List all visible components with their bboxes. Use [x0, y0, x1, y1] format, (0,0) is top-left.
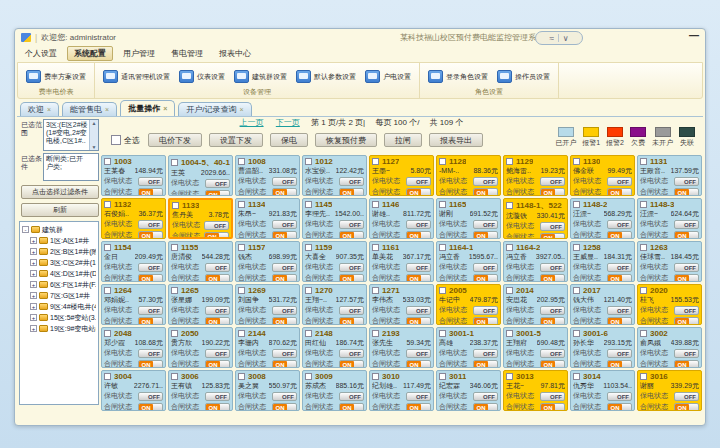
supply-toggle[interactable]: OFF [540, 222, 565, 231]
supply-toggle[interactable]: OFF [674, 306, 699, 315]
ribbon-button-1-3[interactable]: 默认参数设置 [296, 70, 356, 83]
menu-item-0[interactable]: 个人设置 [19, 47, 63, 60]
room-card[interactable]: 1129鲍海雷..19.23元保电状态OFF合闸状态ON [503, 155, 568, 196]
select-all-checkbox[interactable]: 全选 [111, 135, 140, 146]
tree-item-4[interactable]: +6区:F区1#井(F.. [30, 279, 96, 290]
toolbar-button-4[interactable]: 拉闸 [384, 133, 422, 147]
breaker-toggle[interactable]: ON [674, 317, 699, 326]
supply-toggle[interactable]: OFF [205, 392, 230, 401]
breaker-toggle[interactable]: ON [674, 360, 699, 369]
room-checkbox[interactable] [372, 201, 379, 208]
room-card[interactable]: 1263佳球雪..184.45元保电状态OFF合闸状态ON [637, 241, 702, 282]
supply-toggle[interactable]: OFF [339, 220, 364, 229]
window-widget[interactable]: ≈ ∨ [535, 31, 583, 45]
breaker-toggle[interactable]: ON [138, 231, 163, 240]
room-card[interactable]: 2050贵方欣190.22元保电状态OFF合闸状态ON [168, 327, 233, 368]
breaker-toggle[interactable]: ON [205, 403, 230, 412]
room-card[interactable]: 1146谢雄..811.72元保电状态OFF合闸状态ON [369, 198, 434, 239]
room-card[interactable]: 1127王墨~5.80元保电状态OFF合闸状态ON [369, 155, 434, 196]
supply-toggle[interactable]: OFF [138, 220, 163, 229]
breaker-toggle[interactable]: ON [272, 403, 297, 412]
room-checkbox[interactable] [305, 287, 312, 294]
supply-toggle[interactable]: OFF [473, 220, 498, 229]
supply-toggle[interactable]: OFF [674, 392, 699, 401]
supply-toggle[interactable]: OFF [607, 220, 632, 229]
scrollbar[interactable]: ▲ ▼ [89, 120, 98, 150]
breaker-toggle[interactable]: ON [272, 188, 297, 197]
room-card[interactable]: 3001-6孙长华293.15元保电状态OFF合闸状态ON [570, 327, 635, 368]
supply-toggle[interactable]: OFF [540, 263, 565, 272]
breaker-toggle[interactable]: ON [138, 360, 163, 369]
room-checkbox[interactable] [238, 244, 245, 251]
tree-root[interactable]: -建筑群 [22, 224, 96, 235]
tab-close-icon[interactable]: × [163, 105, 167, 112]
room-checkbox[interactable] [172, 202, 179, 209]
menu-item-1[interactable]: 系统配置 [67, 46, 113, 61]
ribbon-button-1-0[interactable]: 通讯管理机设置 [103, 70, 170, 83]
chevron-down-icon[interactable]: ∨ [563, 34, 569, 43]
room-checkbox[interactable] [171, 244, 178, 251]
room-card[interactable]: 2048郑少霞108.68元保电状态OFF合闸状态ON [101, 327, 166, 368]
room-checkbox[interactable] [171, 373, 178, 380]
room-card[interactable]: 1164-1冯立香1595.67..保电状态OFF合闸状态ON [436, 241, 501, 282]
supply-toggle[interactable]: OFF [607, 349, 632, 358]
room-checkbox[interactable] [104, 201, 111, 208]
supply-toggle[interactable]: OFF [205, 306, 230, 315]
breaker-toggle[interactable]: ON [138, 188, 163, 197]
room-card[interactable]: 1271李伟杰533.03元保电状态OFF合闸状态ON [369, 284, 434, 325]
selected-range-box[interactable]: 3区:(E区2#楼(1#变电,2#变电楼,C区1#.. ▲ ▼ [43, 119, 99, 151]
breaker-toggle[interactable]: ON [406, 231, 431, 240]
room-card[interactable]: 1130佛金联99.49元保电状态OFF合闸状态ON [570, 155, 635, 196]
tree-item-1[interactable]: +2区:B区1#井(附属 [30, 246, 96, 257]
room-checkbox[interactable] [104, 373, 111, 380]
breaker-toggle[interactable]: ON [406, 274, 431, 283]
breaker-toggle[interactable]: ON [540, 360, 565, 369]
room-checkbox[interactable] [104, 287, 111, 294]
room-checkbox[interactable] [305, 373, 312, 380]
room-card[interactable]: 2020桂飞155.53元保电状态OFF合闸状态ON [637, 284, 702, 325]
room-card[interactable]: 3006王有镇125.83元保电状态OFF合闸状态ON [168, 370, 233, 411]
supply-toggle[interactable]: OFF [339, 263, 364, 272]
breaker-toggle[interactable]: ON [406, 360, 431, 369]
supply-toggle[interactable]: OFF [406, 306, 431, 315]
tree-expand-icon[interactable]: + [30, 314, 37, 321]
breaker-toggle[interactable]: ON [473, 274, 498, 283]
room-checkbox[interactable] [305, 330, 312, 337]
room-checkbox[interactable] [439, 330, 446, 337]
room-checkbox[interactable] [372, 158, 379, 165]
room-checkbox[interactable] [573, 287, 580, 294]
room-card[interactable]: 1165谢刚691.52元保电状态OFF合闸状态ON [436, 198, 501, 239]
room-checkbox[interactable] [238, 287, 245, 294]
breaker-toggle[interactable]: ON [473, 317, 498, 326]
supply-toggle[interactable]: OFF [406, 392, 431, 401]
room-checkbox[interactable] [640, 330, 647, 337]
supply-toggle[interactable]: OFF [406, 220, 431, 229]
room-checkbox[interactable] [640, 201, 647, 208]
supply-toggle[interactable]: OFF [674, 349, 699, 358]
breaker-toggle[interactable]: ON [473, 360, 498, 369]
breaker-toggle[interactable]: ON [339, 317, 364, 326]
breaker-toggle[interactable]: ON [540, 403, 565, 412]
tree-item-5[interactable]: +7区:G区1#井 [30, 290, 96, 301]
ribbon-button-2-0[interactable]: 登录角色设置 [428, 70, 488, 83]
room-card[interactable]: 2005牛记中479.87元保电状态OFF合闸状态ON [436, 284, 501, 325]
room-card[interactable]: 3011纪宏霖346.06元保电状态OFF合闸状态ON [436, 370, 501, 411]
breaker-toggle[interactable]: ON [205, 190, 230, 197]
room-checkbox[interactable] [171, 159, 178, 166]
breaker-toggle[interactable]: ON [205, 317, 230, 326]
breaker-toggle[interactable]: ON [205, 274, 230, 283]
room-checkbox[interactable] [506, 330, 513, 337]
tab-close-icon[interactable]: × [105, 106, 109, 113]
room-card[interactable]: 3004许敏2276.71..保电状态OFF合闸状态ON [101, 370, 166, 411]
supply-toggle[interactable]: OFF [406, 263, 431, 272]
tab-1[interactable]: 能管售电× [62, 102, 117, 116]
breaker-toggle[interactable]: ON [540, 233, 565, 240]
selected-condition-box[interactable]: 断闸类;已开户类; [43, 153, 99, 181]
supply-toggle[interactable]: OFF [540, 349, 565, 358]
room-card[interactable]: 3013王花~97.81元保电状态OFF合闸状态ON [503, 370, 568, 411]
breaker-toggle[interactable]: ON [674, 231, 699, 240]
breaker-toggle[interactable]: ON [674, 188, 699, 197]
breaker-toggle[interactable]: ON [138, 274, 163, 283]
room-card[interactable]: 1154金日209.49元保电状态OFF合闸状态ON [101, 241, 166, 282]
menu-item-3[interactable]: 售电管理 [165, 47, 209, 60]
